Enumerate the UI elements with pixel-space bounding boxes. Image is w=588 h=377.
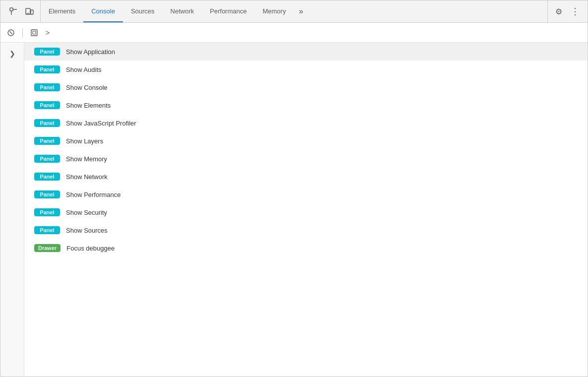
inspect-element-button[interactable]: [6, 4, 20, 18]
item-badge: Panel: [34, 208, 60, 216]
console-toolbar: >: [0, 23, 588, 43]
chevron-right-icon: ❯: [9, 50, 15, 58]
svg-line-7: [9, 31, 12, 34]
item-label: Show Network: [66, 173, 108, 181]
tab-elements[interactable]: Elements: [41, 0, 83, 22]
device-mode-button[interactable]: [22, 4, 36, 18]
toolbar-left-icons: [2, 0, 41, 22]
svg-rect-0: [10, 8, 13, 11]
more-options-button[interactable]: ⋮: [568, 4, 582, 18]
settings-button[interactable]: ⚙: [552, 4, 566, 18]
tab-performance[interactable]: Performance: [202, 0, 254, 22]
main-toolbar: Elements Console Sources Network Perform…: [0, 0, 588, 23]
more-tabs-button[interactable]: »: [294, 0, 308, 22]
item-badge: Panel: [34, 48, 60, 56]
list-item[interactable]: PanelShow Security: [24, 203, 588, 221]
command-dropdown: PanelShow ApplicationPanelShow AuditsPan…: [24, 43, 588, 377]
svg-rect-8: [31, 30, 37, 36]
tab-network[interactable]: Network: [163, 0, 202, 22]
list-item[interactable]: PanelShow Layers: [24, 132, 588, 150]
tab-console[interactable]: Console: [83, 0, 123, 22]
expand-console-button[interactable]: [28, 26, 41, 39]
item-badge: Drawer: [34, 244, 60, 252]
svg-rect-4: [31, 10, 33, 14]
list-item[interactable]: PanelShow JavaScript Profiler: [24, 114, 588, 132]
item-badge: Panel: [34, 83, 60, 91]
command-list: PanelShow ApplicationPanelShow AuditsPan…: [24, 43, 588, 257]
prompt-arrow: >: [46, 29, 50, 37]
sidebar-expand-button[interactable]: ❯: [5, 47, 19, 61]
list-item[interactable]: PanelShow Sources: [24, 221, 588, 239]
item-label: Show Security: [66, 209, 107, 216]
ellipsis-icon: ⋮: [571, 6, 579, 17]
item-label: Show Sources: [66, 227, 108, 234]
tab-list: Elements Console Sources Network Perform…: [41, 0, 547, 22]
item-label: Show Memory: [66, 155, 107, 163]
item-label: Show Console: [66, 84, 108, 91]
toolbar-separator: [22, 28, 23, 38]
item-label: Show Layers: [66, 137, 103, 145]
item-badge: Panel: [34, 226, 60, 234]
list-item[interactable]: PanelShow Elements: [24, 96, 588, 114]
list-item[interactable]: PanelShow Application: [24, 43, 588, 61]
list-item[interactable]: PanelShow Console: [24, 78, 588, 96]
item-badge: Panel: [34, 190, 60, 198]
svg-rect-9: [33, 31, 36, 34]
main-content: ❯ PanelShow ApplicationPanelShow AuditsP…: [0, 43, 588, 377]
item-label: Show Elements: [66, 102, 111, 109]
item-badge: Panel: [34, 155, 60, 163]
item-badge: Panel: [34, 65, 60, 73]
item-label: Show JavaScript Profiler: [66, 120, 136, 127]
tab-memory[interactable]: Memory: [255, 0, 294, 22]
item-label: Show Audits: [66, 66, 102, 73]
list-item[interactable]: PanelShow Performance: [24, 186, 588, 203]
devtools-window: Elements Console Sources Network Perform…: [0, 0, 588, 377]
gear-icon: ⚙: [555, 7, 562, 16]
list-item[interactable]: PanelShow Audits: [24, 61, 588, 78]
console-prompt-area[interactable]: >: [44, 29, 584, 37]
tab-sources[interactable]: Sources: [123, 0, 163, 22]
list-item[interactable]: DrawerFocus debuggee: [24, 239, 588, 257]
item-label: Show Application: [66, 48, 115, 56]
item-badge: Panel: [34, 101, 60, 109]
item-label: Focus debuggee: [66, 245, 115, 252]
clear-console-button[interactable]: [4, 26, 17, 39]
list-item[interactable]: PanelShow Network: [24, 168, 588, 186]
list-item[interactable]: PanelShow Memory: [24, 150, 588, 168]
item-badge: Panel: [34, 137, 60, 145]
left-sidebar: ❯: [0, 43, 24, 377]
item-badge: Panel: [34, 119, 60, 127]
item-badge: Panel: [34, 173, 60, 181]
item-label: Show Performance: [66, 191, 121, 198]
toolbar-right-icons: ⚙ ⋮: [547, 0, 586, 22]
